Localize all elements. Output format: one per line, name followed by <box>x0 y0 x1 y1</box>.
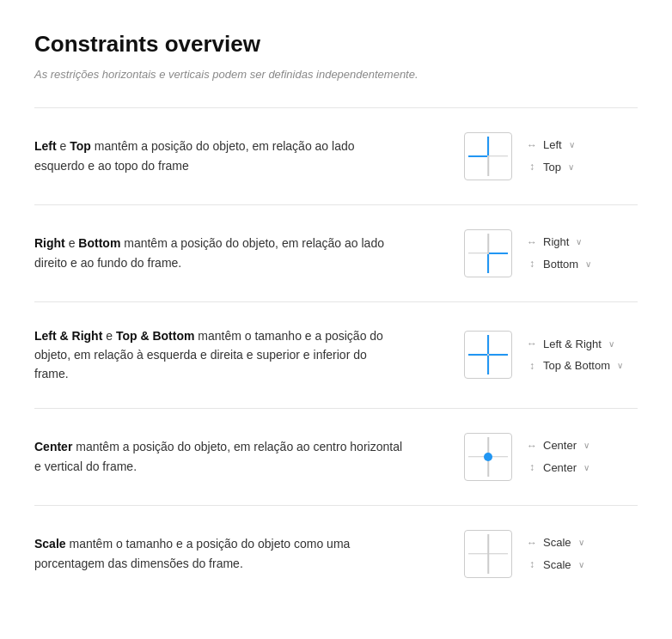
horizontal-icon <box>526 137 538 153</box>
horizontal-icon <box>526 336 538 351</box>
diagram-lrtb <box>464 331 512 379</box>
section-lrtb-text: Left & Right e Top & Bottom mantêm o tam… <box>34 326 404 384</box>
v-control-label: Top <box>543 159 561 176</box>
vertical-icon <box>526 159 538 174</box>
v-control-row[interactable]: Scale ∨ <box>526 557 638 574</box>
section-right-bottom: Right e Bottom mantêm a posição do objet… <box>34 205 638 302</box>
v-control-label: Scale <box>543 557 571 574</box>
v-control-row[interactable]: Center ∨ <box>526 459 638 477</box>
page-title: Constraints overview <box>34 27 638 61</box>
v-chevron-icon: ∨ <box>568 161 574 173</box>
v-chevron-icon: ∨ <box>578 558 584 571</box>
h-chevron-icon: ∨ <box>578 536 584 549</box>
section-center-right: Center ∨ Center ∨ <box>464 433 638 481</box>
section-left-top-text: Left e Top mantêm a posição do objeto, e… <box>34 137 404 175</box>
h-control-row[interactable]: Center ∨ <box>526 437 638 454</box>
v-control-label: Center <box>543 459 577 477</box>
controls-lrtb: Left & Right ∨ Top & Bottom ∨ <box>526 336 638 374</box>
h-chevron-icon: ∨ <box>576 235 582 248</box>
center-dot <box>484 453 492 461</box>
page-subtitle: As restrições horizontais e verticais po… <box>34 66 638 83</box>
v-control-row[interactable]: Bottom ∨ <box>526 256 638 273</box>
diagram-scale <box>464 530 512 578</box>
vertical-icon <box>526 256 538 271</box>
keyword-bottom: Bottom <box>78 236 120 250</box>
diagram-left-top <box>464 132 512 180</box>
v-chevron-icon: ∨ <box>583 461 590 474</box>
h-control-label: Center <box>543 437 577 454</box>
diagram-right-bottom <box>464 229 512 277</box>
section-right-bottom-right: Right ∨ Bottom ∨ <box>464 229 638 277</box>
keyword-right: Right <box>34 236 65 250</box>
horizontal-icon <box>526 234 538 250</box>
h-right-highlight <box>489 354 508 356</box>
section-scale: Scale mantêm o tamanho e a posição do ob… <box>34 506 638 602</box>
keyword-top: Top <box>70 139 91 153</box>
controls-left-top: Left ∨ Top ∨ <box>526 137 638 175</box>
h-chevron-icon: ∨ <box>608 338 614 350</box>
diagram-center <box>464 433 512 481</box>
h-control-row[interactable]: Right ∨ <box>526 234 638 251</box>
section-right-bottom-text: Right e Bottom mantêm a posição do objet… <box>34 234 404 272</box>
section-scale-text: Scale mantêm o tamanho e a posição do ob… <box>34 534 404 573</box>
v-control-label: Top & Bottom <box>543 357 610 374</box>
keyword-scale: Scale <box>34 537 66 551</box>
h-control-row[interactable]: Left ∨ <box>526 137 638 154</box>
vertical-icon <box>526 358 538 374</box>
h-control-label: Scale <box>543 534 571 551</box>
h-control-row[interactable]: Scale ∨ <box>526 534 638 551</box>
v-top-highlight <box>487 137 489 155</box>
h-left-highlight <box>468 155 487 157</box>
keyword-center: Center <box>34 440 72 453</box>
v-chevron-icon: ∨ <box>585 258 591 271</box>
h-control-label: Left <box>543 137 562 154</box>
h-control-row[interactable]: Left & Right ∨ <box>526 336 638 353</box>
h-chevron-icon: ∨ <box>569 138 575 151</box>
keyword-left-right: Left & Right <box>34 329 102 343</box>
horizontal-icon <box>526 535 538 551</box>
section-left-right-top-bottom: Left & Right e Top & Bottom mantêm o tam… <box>34 302 638 409</box>
horizontal-icon <box>526 438 538 453</box>
v-bottom-highlight <box>487 356 489 374</box>
controls-center: Center ∨ Center ∨ <box>526 437 638 476</box>
v-control-row[interactable]: Top ∨ <box>526 159 638 176</box>
h-chevron-icon: ∨ <box>583 439 590 452</box>
keyword-top-bottom: Top & Bottom <box>116 329 195 343</box>
v-control-row[interactable]: Top & Bottom ∨ <box>526 357 638 374</box>
v-bottom-highlight <box>487 254 489 273</box>
controls-right-bottom: Right ∨ Bottom ∨ <box>526 234 638 272</box>
section-center-text: Center mantêm a posição do objeto, em re… <box>34 437 404 476</box>
v-line <box>487 534 489 574</box>
section-center: Center mantêm a posição do objeto, em re… <box>34 409 638 506</box>
h-control-label: Left & Right <box>543 336 602 353</box>
section-lrtb-right: Left & Right ∨ Top & Bottom ∨ <box>464 331 638 379</box>
h-left-highlight <box>468 354 487 356</box>
vertical-icon <box>526 459 538 475</box>
section-left-top-right: Left ∨ Top ∨ <box>464 132 638 180</box>
v-chevron-icon: ∨ <box>617 359 623 372</box>
keyword-left: Left <box>34 139 57 153</box>
h-right-highlight <box>489 253 508 254</box>
v-top-highlight <box>487 335 489 354</box>
section-left-top: Left e Top mantêm a posição do objeto, e… <box>34 107 638 205</box>
controls-scale: Scale ∨ Scale ∨ <box>526 534 638 573</box>
section-scale-right: Scale ∨ Scale ∨ <box>464 530 638 578</box>
vertical-icon <box>526 557 538 572</box>
h-control-label: Right <box>543 234 569 251</box>
v-control-label: Bottom <box>543 256 578 273</box>
